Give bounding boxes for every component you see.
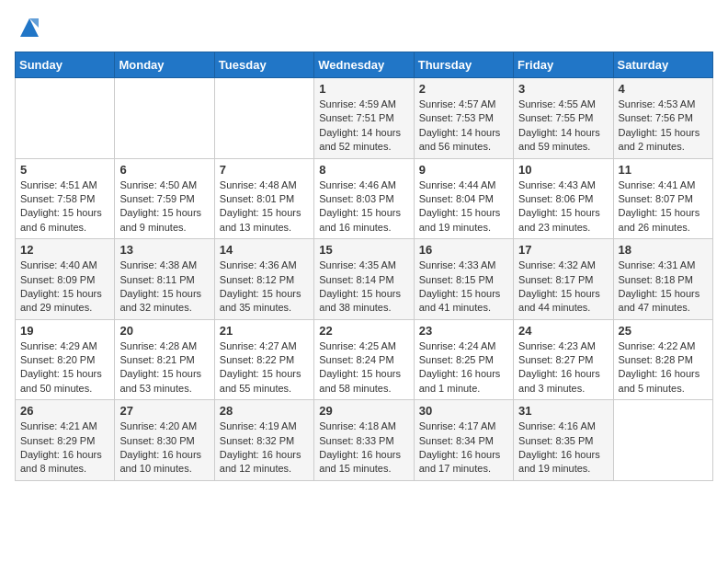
calendar-cell: 9Sunrise: 4:44 AM Sunset: 8:04 PM Daylig… (414, 158, 513, 239)
calendar-cell: 3Sunrise: 4:55 AM Sunset: 7:55 PM Daylig… (514, 78, 613, 159)
day-info: Sunrise: 4:41 AM Sunset: 8:07 PM Dayligh… (619, 178, 708, 236)
day-info: Sunrise: 4:28 AM Sunset: 8:21 PM Dayligh… (119, 339, 209, 396)
day-number: 4 (619, 82, 708, 96)
day-number: 11 (619, 163, 708, 177)
day-number: 17 (518, 243, 608, 257)
calendar-cell: 23Sunrise: 4:24 AM Sunset: 8:25 PM Dayli… (414, 319, 513, 400)
day-number: 26 (20, 404, 109, 418)
day-number: 6 (119, 163, 209, 177)
day-number: 16 (419, 243, 508, 257)
day-info: Sunrise: 4:20 AM Sunset: 8:30 PM Dayligh… (119, 419, 209, 477)
calendar-cell: 22Sunrise: 4:25 AM Sunset: 8:24 PM Dayli… (314, 319, 414, 400)
calendar-week-row: 12Sunrise: 4:40 AM Sunset: 8:09 PM Dayli… (16, 239, 713, 320)
calendar-cell: 12Sunrise: 4:40 AM Sunset: 8:09 PM Dayli… (16, 239, 115, 320)
calendar-cell: 5Sunrise: 4:51 AM Sunset: 7:58 PM Daylig… (16, 158, 115, 239)
calendar-cell: 19Sunrise: 4:29 AM Sunset: 8:20 PM Dayli… (16, 319, 115, 400)
calendar-cell: 7Sunrise: 4:48 AM Sunset: 8:01 PM Daylig… (214, 158, 313, 239)
day-info: Sunrise: 4:50 AM Sunset: 7:59 PM Dayligh… (119, 178, 209, 236)
day-info: Sunrise: 4:57 AM Sunset: 7:53 PM Dayligh… (419, 98, 508, 155)
calendar-cell: 10Sunrise: 4:43 AM Sunset: 8:06 PM Dayli… (514, 158, 613, 239)
day-number: 15 (319, 243, 408, 257)
calendar-cell: 21Sunrise: 4:27 AM Sunset: 8:22 PM Dayli… (214, 319, 313, 400)
day-info: Sunrise: 4:53 AM Sunset: 7:56 PM Dayligh… (619, 98, 708, 155)
day-number: 10 (518, 163, 608, 177)
calendar-cell: 27Sunrise: 4:20 AM Sunset: 8:30 PM Dayli… (115, 400, 214, 481)
day-info: Sunrise: 4:43 AM Sunset: 8:06 PM Dayligh… (518, 178, 608, 236)
col-header-monday: Monday (115, 52, 214, 78)
day-info: Sunrise: 4:17 AM Sunset: 8:34 PM Dayligh… (419, 419, 508, 477)
calendar-week-row: 5Sunrise: 4:51 AM Sunset: 7:58 PM Daylig… (16, 158, 713, 239)
calendar-cell: 6Sunrise: 4:50 AM Sunset: 7:59 PM Daylig… (115, 158, 214, 239)
day-info: Sunrise: 4:40 AM Sunset: 8:09 PM Dayligh… (20, 259, 109, 316)
day-number: 19 (20, 324, 109, 338)
day-info: Sunrise: 4:29 AM Sunset: 8:20 PM Dayligh… (20, 339, 109, 396)
calendar-cell: 31Sunrise: 4:16 AM Sunset: 8:35 PM Dayli… (514, 400, 613, 481)
day-number: 14 (220, 243, 309, 257)
day-number: 28 (220, 404, 309, 418)
calendar-cell: 11Sunrise: 4:41 AM Sunset: 8:07 PM Dayli… (613, 158, 712, 239)
day-number: 18 (619, 243, 708, 257)
calendar-table: SundayMondayTuesdayWednesdayThursdayFrid… (15, 52, 713, 481)
calendar-cell: 28Sunrise: 4:19 AM Sunset: 8:32 PM Dayli… (214, 400, 313, 481)
calendar-cell (214, 78, 313, 159)
calendar-week-row: 19Sunrise: 4:29 AM Sunset: 8:20 PM Dayli… (16, 319, 713, 400)
calendar-cell: 30Sunrise: 4:17 AM Sunset: 8:34 PM Dayli… (414, 400, 513, 481)
day-number: 5 (20, 163, 109, 177)
day-number: 12 (20, 243, 109, 257)
day-number: 8 (319, 163, 408, 177)
day-number: 25 (619, 324, 708, 338)
day-number: 27 (119, 404, 209, 418)
calendar-cell: 14Sunrise: 4:36 AM Sunset: 8:12 PM Dayli… (214, 239, 313, 320)
logo (15, 15, 42, 40)
day-info: Sunrise: 4:51 AM Sunset: 7:58 PM Dayligh… (20, 178, 109, 236)
calendar-week-row: 1Sunrise: 4:59 AM Sunset: 7:51 PM Daylig… (16, 78, 713, 159)
page-header (15, 15, 713, 40)
day-number: 2 (419, 82, 508, 96)
day-number: 21 (220, 324, 309, 338)
calendar-cell: 8Sunrise: 4:46 AM Sunset: 8:03 PM Daylig… (314, 158, 414, 239)
calendar-cell: 26Sunrise: 4:21 AM Sunset: 8:29 PM Dayli… (16, 400, 115, 481)
calendar-cell: 20Sunrise: 4:28 AM Sunset: 8:21 PM Dayli… (115, 319, 214, 400)
day-number: 29 (319, 404, 408, 418)
col-header-sunday: Sunday (16, 52, 115, 78)
day-number: 7 (220, 163, 309, 177)
day-number: 24 (518, 324, 608, 338)
calendar-cell (16, 78, 115, 159)
day-number: 31 (518, 404, 608, 418)
col-header-tuesday: Tuesday (214, 52, 313, 78)
calendar-cell: 18Sunrise: 4:31 AM Sunset: 8:18 PM Dayli… (613, 239, 712, 320)
calendar-header-row: SundayMondayTuesdayWednesdayThursdayFrid… (16, 52, 713, 78)
day-info: Sunrise: 4:32 AM Sunset: 8:17 PM Dayligh… (518, 259, 608, 316)
calendar-cell: 15Sunrise: 4:35 AM Sunset: 8:14 PM Dayli… (314, 239, 414, 320)
day-number: 1 (319, 82, 408, 96)
col-header-saturday: Saturday (613, 52, 712, 78)
calendar-cell: 4Sunrise: 4:53 AM Sunset: 7:56 PM Daylig… (613, 78, 712, 159)
calendar-cell: 29Sunrise: 4:18 AM Sunset: 8:33 PM Dayli… (314, 400, 414, 481)
day-info: Sunrise: 4:36 AM Sunset: 8:12 PM Dayligh… (220, 259, 309, 316)
calendar-cell: 1Sunrise: 4:59 AM Sunset: 7:51 PM Daylig… (314, 78, 414, 159)
day-info: Sunrise: 4:38 AM Sunset: 8:11 PM Dayligh… (119, 259, 209, 316)
calendar-week-row: 26Sunrise: 4:21 AM Sunset: 8:29 PM Dayli… (16, 400, 713, 481)
day-number: 20 (119, 324, 209, 338)
day-info: Sunrise: 4:27 AM Sunset: 8:22 PM Dayligh… (220, 339, 309, 396)
calendar-cell: 24Sunrise: 4:23 AM Sunset: 8:27 PM Dayli… (514, 319, 613, 400)
day-info: Sunrise: 4:25 AM Sunset: 8:24 PM Dayligh… (319, 339, 408, 396)
day-number: 3 (518, 82, 608, 96)
calendar-cell: 17Sunrise: 4:32 AM Sunset: 8:17 PM Dayli… (514, 239, 613, 320)
day-info: Sunrise: 4:33 AM Sunset: 8:15 PM Dayligh… (419, 259, 508, 316)
day-info: Sunrise: 4:23 AM Sunset: 8:27 PM Dayligh… (518, 339, 608, 396)
day-info: Sunrise: 4:35 AM Sunset: 8:14 PM Dayligh… (319, 259, 408, 316)
day-number: 13 (119, 243, 209, 257)
day-info: Sunrise: 4:21 AM Sunset: 8:29 PM Dayligh… (20, 419, 109, 477)
day-info: Sunrise: 4:19 AM Sunset: 8:32 PM Dayligh… (220, 419, 309, 477)
col-header-friday: Friday (514, 52, 613, 78)
logo-icon (17, 15, 42, 40)
calendar-cell: 13Sunrise: 4:38 AM Sunset: 8:11 PM Dayli… (115, 239, 214, 320)
day-info: Sunrise: 4:18 AM Sunset: 8:33 PM Dayligh… (319, 419, 408, 477)
col-header-thursday: Thursday (414, 52, 513, 78)
day-number: 22 (319, 324, 408, 338)
day-info: Sunrise: 4:24 AM Sunset: 8:25 PM Dayligh… (419, 339, 508, 396)
day-number: 9 (419, 163, 508, 177)
day-info: Sunrise: 4:31 AM Sunset: 8:18 PM Dayligh… (619, 259, 708, 316)
calendar-cell (613, 400, 712, 481)
